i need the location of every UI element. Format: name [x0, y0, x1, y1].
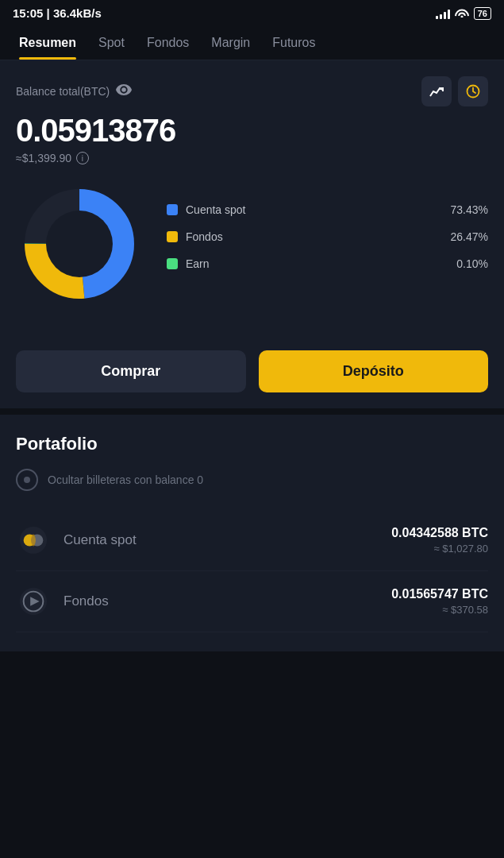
eye-icon[interactable]	[116, 84, 132, 99]
top-action-buttons	[421, 76, 488, 106]
legend-dot-spot	[167, 204, 178, 215]
donut-chart	[16, 180, 143, 307]
deposito-button[interactable]: Depósito	[259, 350, 489, 392]
spot-usd-amount: ≈ $1,027.80	[391, 543, 488, 555]
spot-icon	[16, 523, 51, 558]
tab-margin[interactable]: Margin	[200, 26, 261, 60]
history-btn[interactable]	[458, 76, 488, 106]
portfolio-section: Portafolio Ocultar billeteras con balanc…	[0, 415, 504, 651]
portfolio-item-spot[interactable]: Cuenta spot 0.04342588 BTC ≈ $1,027.80	[16, 510, 488, 571]
hide-zero-row: Ocultar billeteras con balance 0	[16, 469, 488, 491]
legend-pct-spot: 73.43%	[451, 203, 488, 216]
legend-pct-fondos: 26.47%	[451, 230, 488, 243]
spot-item-balance: 0.04342588 BTC ≈ $1,027.80	[391, 526, 488, 555]
fondos-usd-amount: ≈ $370.58	[391, 604, 488, 616]
legend-pct-earn: 0.10%	[456, 257, 488, 270]
tab-spot[interactable]: Spot	[87, 26, 136, 60]
portfolio-item-fondos[interactable]: Fondos 0.01565747 BTC ≈ $370.58	[16, 571, 488, 632]
tab-fondos[interactable]: Fondos	[136, 26, 200, 60]
balance-usd: ≈$1,399.90 i	[16, 152, 488, 164]
portfolio-title: Portafolio	[16, 434, 488, 454]
comprar-button[interactable]: Comprar	[16, 350, 246, 392]
legend-label-fondos: Fondos	[186, 230, 223, 243]
status-icons: 76	[436, 6, 491, 20]
spot-btc-amount: 0.04342588 BTC	[391, 526, 488, 540]
tab-resumen[interactable]: Resumen	[8, 26, 87, 60]
info-icon[interactable]: i	[76, 152, 89, 164]
legend-dot-fondos	[167, 231, 178, 242]
legend-earn: Earn 0.10%	[167, 257, 488, 270]
svg-point-10	[31, 534, 36, 546]
fondos-btc-amount: 0.01565747 BTC	[391, 587, 488, 601]
signal-icon	[436, 8, 450, 19]
svg-point-5	[46, 211, 113, 277]
chart-btn[interactable]	[421, 76, 452, 106]
tab-futuros[interactable]: Futuros	[261, 26, 326, 60]
legend-spot: Cuenta spot 73.43%	[167, 203, 488, 216]
action-row: Comprar Depósito	[0, 334, 504, 408]
nav-tabs: Resumen Spot Fondos Margin Futuros	[0, 26, 504, 60]
spot-item-name: Cuenta spot	[63, 532, 391, 548]
fondos-item-balance: 0.01565747 BTC ≈ $370.58	[391, 587, 488, 616]
legend-label-spot: Cuenta spot	[186, 203, 246, 216]
status-time: 15:05 | 36.4kB/s	[13, 6, 102, 20]
hide-zero-label: Ocultar billeteras con balance 0	[48, 473, 203, 486]
fondos-icon	[16, 584, 51, 619]
hide-zero-toggle[interactable]	[16, 469, 38, 491]
balance-card: Balance total(BTC) 0.0591387	[0, 60, 504, 334]
balance-amount: 0.05913876	[16, 113, 488, 149]
section-divider	[0, 408, 504, 415]
chart-section: Cuenta spot 73.43% Fondos 26.47% Earn 0.…	[16, 164, 488, 315]
fondos-item-name: Fondos	[63, 593, 391, 609]
legend-dot-earn	[167, 258, 178, 269]
status-bar: 15:05 | 36.4kB/s 76	[0, 0, 504, 26]
balance-label: Balance total(BTC)	[16, 84, 132, 99]
chart-legend: Cuenta spot 73.43% Fondos 26.47% Earn 0.…	[167, 203, 488, 284]
svg-point-6	[24, 477, 30, 483]
legend-fondos: Fondos 26.47%	[167, 230, 488, 243]
legend-label-earn: Earn	[186, 257, 210, 270]
wifi-icon	[455, 6, 469, 20]
balance-header: Balance total(BTC)	[16, 76, 488, 106]
battery-icon: 76	[474, 7, 491, 20]
